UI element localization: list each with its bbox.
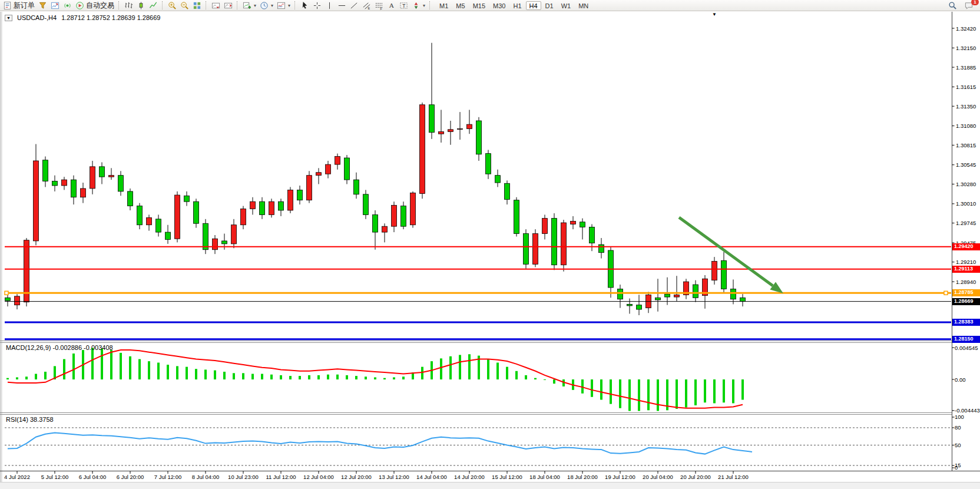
toolbar-separator (162, 1, 164, 9)
zoom-in-icon (168, 1, 177, 10)
chart-title: ▼ USDCAD-,H4 1.28712 1.28752 1.28639 1.2… (5, 14, 160, 21)
svg-text:1.28940: 1.28940 (956, 279, 976, 285)
svg-text:1.30280: 1.30280 (956, 181, 976, 187)
bar-chart-button[interactable] (122, 1, 135, 11)
svg-text:100: 100 (955, 414, 964, 420)
search-button[interactable] (946, 1, 959, 11)
timeframe-button-m1[interactable]: M1 (436, 1, 452, 10)
svg-text:4 Jul 2022: 4 Jul 2022 (4, 474, 30, 480)
arrows-button[interactable]: ▾ (410, 1, 427, 11)
horizontal-line-button[interactable] (336, 1, 348, 11)
svg-text:11 Jul 12:00: 11 Jul 12:00 (266, 474, 296, 480)
chat-button[interactable]: 1 (962, 1, 975, 11)
funnel-button[interactable] (37, 1, 49, 11)
price-badge-1.29113: 1.29113 (952, 266, 980, 273)
timeframe-button-m15[interactable]: M15 (469, 1, 489, 10)
chevron-down-icon: ▾ (271, 3, 273, 8)
timeframe-button-h4[interactable]: H4 (526, 1, 541, 10)
svg-text:1.30815: 1.30815 (956, 142, 976, 148)
toolbar-separator (237, 1, 239, 9)
timeframe-button-mn[interactable]: MN (575, 1, 592, 10)
timeframe-button-m5[interactable]: M5 (452, 1, 468, 10)
price-badge-1.29420: 1.29420 (952, 243, 980, 250)
svg-text:15 Jul 12:00: 15 Jul 12:00 (492, 474, 522, 480)
chevron-down-icon: ▾ (254, 3, 256, 8)
scroll-to-end-icon[interactable]: ▼ (712, 12, 717, 17)
broadcast-button[interactable] (61, 1, 74, 11)
svg-text:5 Jul 12:00: 5 Jul 12:00 (41, 474, 68, 480)
crosshair-icon (313, 1, 322, 10)
svg-text:8 Jul 04:00: 8 Jul 04:00 (192, 474, 219, 480)
timeframe-button-m30[interactable]: M30 (489, 1, 509, 10)
symbol-dropdown-icon[interactable]: ▼ (5, 15, 12, 21)
new-order-button[interactable]: 新订单 (1, 1, 37, 11)
chart-shift-button[interactable] (222, 1, 234, 11)
svg-text:1.31615: 1.31615 (956, 84, 976, 90)
ohlc-values: 1.28712 1.28752 1.28639 1.28669 (61, 14, 160, 21)
templates-button[interactable]: ▾ (275, 1, 292, 11)
text-label-button[interactable]: T (398, 1, 410, 11)
auto-trading-label: 自动交易 (86, 1, 114, 11)
svg-text:-0.004443: -0.004443 (955, 407, 980, 414)
crosshair-button[interactable] (311, 1, 323, 11)
candlestick-chart-icon (137, 1, 145, 10)
periods-clock-icon (260, 1, 269, 10)
svg-text:14 Jul 20:00: 14 Jul 20:00 (454, 474, 485, 480)
toolbar-separator (429, 1, 431, 9)
tile-windows-button[interactable] (191, 1, 203, 11)
timeframe-button-w1[interactable]: W1 (558, 1, 575, 10)
price-badge-1.28785: 1.28785 (952, 289, 980, 296)
fibonacci-button[interactable]: F (373, 1, 385, 11)
chart-shift-icon (224, 1, 233, 10)
bar-chart-icon (124, 1, 133, 10)
svg-text:20 Jul 04:00: 20 Jul 04:00 (643, 474, 673, 480)
svg-text:0: 0 (955, 464, 958, 471)
svg-text:18 Jul 04:00: 18 Jul 04:00 (529, 474, 560, 480)
new-order-icon (3, 1, 12, 10)
trendline-button[interactable] (348, 1, 360, 11)
auto-scroll-button[interactable] (210, 1, 222, 11)
auto-trading-button[interactable]: 自动交易 (74, 1, 116, 11)
svg-text:1.32420: 1.32420 (956, 25, 976, 32)
vertical-line-button[interactable] (323, 1, 336, 11)
toolbar-separator (294, 1, 296, 9)
price-badge-1.28150: 1.28150 (952, 336, 980, 343)
svg-text:1.30010: 1.30010 (956, 200, 976, 207)
svg-text:12 Jul 20:00: 12 Jul 20:00 (341, 474, 372, 480)
zoom-in-button[interactable] (166, 1, 178, 11)
svg-text:A: A (389, 2, 395, 9)
periods-button[interactable]: ▾ (258, 1, 275, 11)
toolbar-right-group: 1 (946, 1, 979, 11)
search-icon (948, 1, 957, 10)
zoom-out-button[interactable] (178, 1, 191, 11)
svg-text:E: E (368, 6, 370, 10)
main-toolbar: 新订单 自动交易 ▾ ▾ ▾ E F A T ▾ M1M5M15M30H1H4D… (0, 0, 980, 11)
line-handle (944, 291, 948, 295)
cursor-icon (300, 1, 309, 10)
autotrade-icon (75, 1, 84, 10)
zoom-out-icon (180, 1, 189, 10)
toolbar-separator (118, 1, 120, 9)
chart-canvas[interactable]: 1.324201.321501.318851.316151.313501.310… (0, 0, 980, 489)
equidistant-channel-button[interactable]: E (360, 1, 373, 11)
cursor-button[interactable] (299, 1, 311, 11)
text-icon: A (387, 1, 396, 10)
candlestick-chart-button[interactable] (135, 1, 147, 11)
text-button[interactable]: A (385, 1, 398, 11)
macd-indicator-label: MACD(12,26,9) -0.002886 -0.003408 (6, 344, 113, 351)
price-badge-1.28383: 1.28383 (952, 319, 980, 326)
funnel-icon (38, 1, 47, 10)
svg-text:20 Jul 20:00: 20 Jul 20:00 (680, 474, 711, 480)
svg-text:7 Jul 12:00: 7 Jul 12:00 (154, 474, 181, 480)
toolbar-separator (206, 1, 207, 9)
trendline-icon (350, 1, 359, 10)
chart-window-button[interactable] (49, 1, 61, 11)
svg-text:21 Jul 12:00: 21 Jul 12:00 (718, 474, 749, 480)
rsi-indicator-label: RSI(14) 38.3758 (6, 416, 54, 423)
line-chart-button[interactable] (147, 1, 160, 11)
svg-text:10 Jul 23:00: 10 Jul 23:00 (228, 474, 259, 480)
new-chart-button[interactable]: ▾ (241, 1, 258, 11)
timeframe-button-h1[interactable]: H1 (509, 1, 525, 10)
timeframe-button-d1[interactable]: D1 (542, 1, 557, 10)
new-chart-icon (243, 1, 251, 10)
